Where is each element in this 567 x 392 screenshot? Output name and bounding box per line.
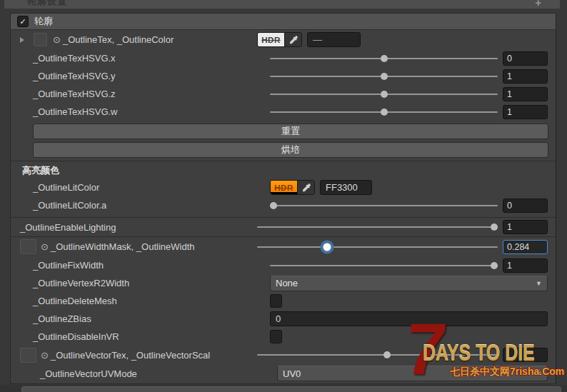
lit-alpha-row: _OutlineLitColor.a 0: [11, 196, 556, 214]
outline-settings-group: ✓ 轮廓 ⊙ _OutlineTex, _OutlineColor HDR — …: [10, 13, 556, 384]
property-label: _OutlineWidthMask, _OutlineWidth: [51, 241, 195, 252]
delete-mesh-checkbox[interactable]: [270, 294, 282, 308]
z-bias-field[interactable]: 0: [270, 311, 548, 326]
vertex-r2-width-dropdown[interactable]: None ▼: [270, 276, 548, 291]
hsvg-w-row: _OutlineTexHSVG.w 1: [11, 103, 556, 121]
reset-button[interactable]: 重置: [33, 124, 548, 139]
hsvg-w-slider[interactable]: [270, 111, 498, 113]
eyedropper-icon: [301, 183, 311, 192]
property-label: _OutlineDeleteMesh: [33, 296, 117, 306]
hsvg-y-value-field[interactable]: 1: [503, 69, 548, 84]
chevron-down-icon: ▼: [536, 280, 542, 287]
vector-tex-row: ⊙ _OutlineVectorTex, _OutlineVectorScal: [11, 346, 556, 364]
dropdown-value: UV0: [283, 368, 301, 379]
enable-lighting-slider[interactable]: [257, 226, 498, 228]
property-label: _OutlineEnableLighting: [20, 222, 116, 233]
chevron-down-icon: ▼: [536, 370, 542, 377]
dropdown-value: None: [276, 278, 298, 288]
fix-width-slider[interactable]: [270, 265, 498, 266]
delete-mesh-row: _OutlineDeleteMesh: [11, 292, 556, 310]
property-label: _OutlineLitColor.a: [33, 200, 106, 211]
texture-slot[interactable]: [20, 348, 36, 363]
object-picker-icon[interactable]: ⊙: [53, 34, 61, 45]
vertex-r2-width-row: _OutlineVertexR2Width None ▼: [11, 274, 556, 292]
property-label: _OutlineVectorTex, _OutlineVectorScal: [51, 350, 210, 361]
property-label: _OutlineTexHSVG.y: [33, 71, 116, 81]
foldout-triangle-icon[interactable]: [20, 37, 24, 43]
property-label: _OutlineZBias: [33, 313, 91, 324]
slider-thumb[interactable]: [270, 202, 277, 209]
object-picker-icon[interactable]: ⊙: [41, 350, 49, 361]
slider-thumb[interactable]: [491, 223, 498, 231]
property-label: _OutlineTexHSVG.w: [33, 106, 118, 117]
hsvg-z-value-field[interactable]: 1: [503, 87, 548, 101]
outline-width-slider[interactable]: [257, 246, 498, 248]
outline-width-value-field[interactable]: 0.284: [503, 240, 548, 254]
disable-in-vr-checkbox[interactable]: [270, 330, 282, 343]
enable-lighting-value-field[interactable]: 1: [503, 220, 548, 234]
outline-enabled-checkbox[interactable]: ✓: [17, 16, 29, 27]
hsvg-z-row: _OutlineTexHSVG.z 1: [11, 85, 556, 103]
slider-thumb[interactable]: [381, 73, 388, 80]
width-mask-row: ⊙ _OutlineWidthMask, _OutlineWidth 0.284: [11, 237, 556, 256]
outline-group-header[interactable]: ✓ 轮廓: [11, 14, 556, 30]
hsvg-w-value-field[interactable]: 1: [503, 105, 548, 119]
section-title: 轮廓设置: [27, 0, 67, 8]
hdr-color-swatch[interactable]: HDR: [271, 181, 297, 194]
lit-color-row: _OutlineLitColor HDR FF3300: [11, 179, 556, 196]
lit-alpha-slider[interactable]: [270, 205, 498, 206]
vector-uv-mode-dropdown[interactable]: UV0 ▼: [277, 366, 548, 381]
lit-color-hex-field[interactable]: FF3300: [320, 180, 372, 195]
hsvg-z-slider[interactable]: [270, 94, 498, 95]
fix-width-value-field[interactable]: 1: [503, 258, 548, 273]
outline-group-label: 轮廓: [34, 15, 53, 28]
hsvg-x-value-field[interactable]: 0: [503, 51, 548, 66]
property-label: _OutlineDisableInVR: [33, 331, 119, 342]
slider-thumb[interactable]: [383, 351, 391, 358]
lit-alpha-value-field[interactable]: 0: [503, 198, 548, 213]
property-label: _OutlineVectorUVMode: [40, 368, 137, 379]
slider-thumb[interactable]: [381, 109, 388, 116]
z-bias-row: _OutlineZBias 0: [11, 310, 556, 328]
enable-lighting-row: _OutlineEnableLighting 1: [11, 218, 556, 236]
next-section-bar[interactable]: [21, 386, 561, 392]
slider-thumb[interactable]: [381, 55, 388, 62]
hsvg-x-row: _OutlineTexHSVG.x 0: [11, 49, 556, 67]
divider: [11, 161, 556, 161]
vector-scale-value-field[interactable]: [503, 348, 548, 362]
color-value-field[interactable]: —: [307, 32, 361, 47]
material-section-titlebar[interactable]: 轮廓设置 +: [4, 0, 560, 9]
hsvg-y-row: _OutlineTexHSVG.y 1: [11, 67, 556, 85]
slider-thumb[interactable]: [491, 262, 498, 269]
check-icon: ✓: [19, 18, 26, 26]
property-label: _OutlineVertexR2Width: [33, 278, 129, 288]
plus-icon[interactable]: +: [535, 0, 541, 9]
hsvg-x-slider[interactable]: [270, 58, 498, 59]
eyedropper-button[interactable]: [297, 181, 314, 194]
lit-color-swatch[interactable]: HDR: [270, 180, 315, 195]
outline-color-swatch[interactable]: HDR: [257, 32, 302, 47]
fix-width-row: _OutlineFixWidth 1: [11, 256, 556, 274]
property-label: _OutlineLitColor: [33, 182, 99, 193]
property-label: _OutlineFixWidth: [33, 260, 104, 271]
disable-in-vr-row: _OutlineDisableInVR: [11, 328, 556, 346]
slider-thumb-active[interactable]: [323, 243, 331, 251]
slider-thumb[interactable]: [381, 91, 388, 98]
hsvg-y-slider[interactable]: [270, 76, 498, 77]
property-label: _OutlineTexHSVG.z: [33, 89, 116, 99]
eyedropper-button[interactable]: [284, 33, 301, 46]
texture-slot[interactable]: [34, 33, 47, 46]
texture-slot[interactable]: [20, 239, 36, 254]
property-label: _OutlineTexHSVG.x: [33, 53, 116, 64]
vector-uv-mode-row: _OutlineVectorUVMode UV0 ▼: [11, 364, 556, 383]
property-label: _OutlineTex, _OutlineColor: [63, 34, 174, 45]
vector-scale-slider[interactable]: [257, 354, 498, 356]
hdr-color-swatch[interactable]: HDR: [258, 33, 284, 46]
outline-tex-color-row: ⊙ _OutlineTex, _OutlineColor HDR —: [11, 30, 556, 49]
highlight-color-header: 高亮颜色: [11, 162, 556, 179]
bake-button[interactable]: 烘培: [33, 142, 548, 158]
eyedropper-icon: [288, 35, 298, 44]
object-picker-icon[interactable]: ⊙: [41, 241, 49, 252]
